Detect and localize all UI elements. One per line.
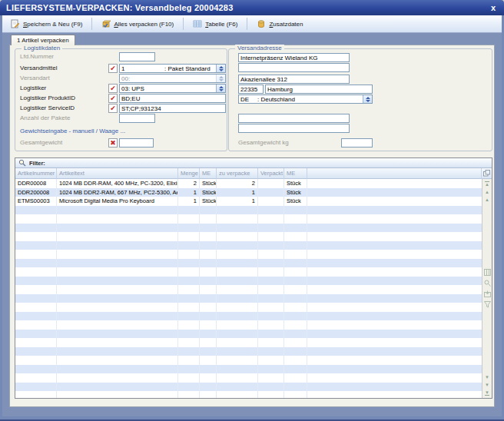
gesamtgewicht-remove-icon[interactable]: ✖ (108, 138, 118, 148)
close-icon[interactable]: x (489, 3, 498, 12)
table-row-empty[interactable] (15, 373, 482, 383)
grid-nav-strip: ▲ ▲ ▲ ▼ ▼ ▼ (482, 179, 492, 398)
adresse-land-combo[interactable]: DE : Deutschland (238, 94, 373, 104)
table-row-empty[interactable] (15, 277, 482, 286)
cell-me: Stück (200, 188, 217, 197)
table-row-empty[interactable] (15, 330, 482, 339)
anzahl-pakete-input[interactable] (119, 114, 155, 123)
nav-first-icon[interactable]: ▲ (485, 181, 489, 187)
table-row-empty[interactable] (15, 383, 482, 392)
table-body: DDR00008 1024 MB DDR-RAM, 400 MHz, PC-32… (15, 179, 482, 398)
nav-page-up-icon[interactable]: ▲ (485, 190, 489, 194)
col-artikelnummer[interactable]: Artikelnummer (15, 168, 57, 179)
col-menge[interactable]: Menge (178, 168, 200, 179)
lfd-nummer-input[interactable] (119, 52, 155, 61)
tab-artikel-verpacken[interactable]: 1 Artikel verpacken (11, 35, 75, 45)
view-columns-icon[interactable] (484, 269, 491, 276)
table-row-empty[interactable] (15, 250, 482, 259)
extra-data-button[interactable]: Zusatzdaten (251, 17, 308, 31)
adresse-ort-input[interactable] (265, 85, 373, 94)
cell-empty (258, 259, 284, 268)
adresse-zusatz2-input[interactable] (238, 124, 350, 133)
cell-empty (57, 232, 178, 241)
serviceid-input[interactable] (119, 104, 226, 113)
save-new-button[interactable]: Speichern & Neu (F9) (5, 17, 88, 31)
cell-empty (57, 303, 178, 312)
cell-empty (258, 303, 284, 312)
versandmittel-combo[interactable]: 1 : Paket Standard (119, 64, 226, 73)
col-zu-verpacken[interactable]: zu verpacke (217, 168, 258, 179)
adresse-plz-input[interactable] (238, 85, 264, 94)
table-row-empty[interactable] (15, 312, 482, 321)
customize-columns-icon[interactable] (482, 168, 492, 179)
col-artikeltext[interactable]: Artikeltext (57, 168, 178, 179)
table-row[interactable]: DDR200008 1024 MB DDR2-RAM, 667 MHz, PC2… (15, 188, 482, 197)
cell-empty (15, 224, 57, 233)
dropdown-arrows-icon[interactable] (216, 65, 225, 72)
table-header: Artikelnummer Artikeltext Menge ME zu ve… (15, 168, 492, 179)
adresse-strasse-input[interactable] (238, 75, 350, 84)
cell-empty (200, 330, 217, 339)
nav-up-icon[interactable]: ▲ (485, 197, 489, 202)
pack-all-button[interactable]: Alles verpacken (F10) (96, 17, 179, 31)
table-row-empty[interactable] (15, 224, 482, 233)
produktid-confirm-icon[interactable]: ✔ (108, 94, 118, 103)
col-me[interactable]: ME (200, 168, 217, 179)
table-row-empty[interactable] (15, 232, 482, 241)
logistiker-confirm-icon[interactable]: ✔ (108, 84, 118, 93)
cell-empty (258, 232, 284, 241)
table-row-empty[interactable] (15, 206, 482, 215)
table-row[interactable]: ETMS00003 Microsoft Digital Media Pro Ke… (15, 197, 482, 206)
cell-empty (57, 383, 178, 392)
table-row-empty[interactable] (15, 285, 482, 294)
dropdown-arrows-icon (216, 75, 225, 82)
col-verpackt[interactable]: Verpackt (258, 168, 284, 179)
table-row-empty[interactable] (15, 267, 482, 277)
col-me2[interactable]: ME (284, 168, 307, 179)
table-button[interactable]: Tabelle (F6) (187, 17, 243, 31)
nav-page-down-icon[interactable]: ▼ (485, 383, 489, 387)
table-row-empty[interactable] (15, 338, 482, 347)
cell-artikeltext: 1024 MB DDR2-RAM, 667 MHz, PC2-5300, Aen… (57, 188, 178, 197)
versandmittel-confirm-icon[interactable]: ✔ (108, 64, 118, 73)
table-row-empty[interactable] (15, 241, 482, 250)
export-icon[interactable] (484, 290, 491, 297)
filter-funnel-icon[interactable] (484, 301, 491, 308)
filter-bar[interactable]: Filter: (15, 158, 492, 168)
cell-me: Stück (200, 179, 217, 188)
gesamtgewicht-input[interactable] (119, 138, 154, 148)
table-row-empty[interactable] (15, 320, 482, 330)
adresse-name2-input[interactable] (238, 63, 350, 72)
cell-empty (307, 365, 482, 374)
cell-artikelnummer: ETMS00003 (15, 197, 57, 206)
table-row[interactable]: DDR00008 1024 MB DDR-RAM, 400 MHz, PC-32… (15, 179, 482, 188)
table-row-empty[interactable] (15, 294, 482, 303)
cell-empty (15, 250, 57, 259)
cell-filler (307, 188, 482, 197)
serviceid-confirm-icon[interactable]: ✔ (108, 104, 118, 113)
nav-down-icon[interactable]: ▼ (485, 375, 489, 380)
dropdown-arrows-icon[interactable] (216, 85, 225, 92)
cell-empty (217, 347, 258, 356)
produktid-input[interactable] (119, 94, 226, 103)
cell-empty (307, 232, 482, 241)
table-row-empty[interactable] (15, 365, 482, 374)
table-row-empty[interactable] (15, 259, 482, 268)
logistiker-combo[interactable]: 03: UPS (119, 84, 226, 93)
cell-menge: 1 (178, 188, 200, 197)
adresse-zusatz1-input[interactable] (238, 114, 350, 123)
table-row-empty[interactable] (15, 391, 482, 398)
table-row-empty[interactable] (15, 214, 482, 224)
title-bar: LIEFERSYSTEM-VERPACKEN: Versandbeleg 200… (0, 0, 504, 15)
cell-empty (57, 206, 178, 215)
dropdown-arrows-icon[interactable] (363, 95, 372, 103)
table-row-empty[interactable] (15, 303, 482, 312)
cell-empty (217, 214, 258, 224)
nav-last-icon[interactable]: ▼ (485, 390, 489, 396)
table-row-empty[interactable] (15, 347, 482, 356)
table-row-empty[interactable] (15, 356, 482, 365)
search-icon[interactable] (484, 280, 491, 287)
cell-empty (217, 356, 258, 365)
adresse-name1-input[interactable] (238, 53, 350, 62)
gesamtgewicht-kg-input[interactable] (341, 138, 373, 148)
